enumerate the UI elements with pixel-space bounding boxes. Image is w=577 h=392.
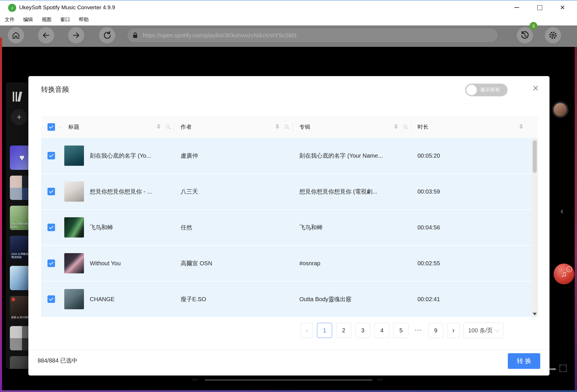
refresh-icon bbox=[102, 31, 112, 40]
last-page-button[interactable]: 9 bbox=[428, 323, 443, 338]
row-album: #osnrap bbox=[299, 246, 320, 281]
tile-badge bbox=[12, 328, 15, 331]
row-checkbox[interactable] bbox=[47, 295, 55, 303]
show-all-toggle[interactable]: 展示所有 bbox=[465, 84, 508, 96]
your-library-icon[interactable] bbox=[13, 92, 21, 102]
forward-button[interactable] bbox=[68, 27, 84, 43]
menu-item[interactable]: 编辑 bbox=[23, 16, 33, 23]
sort-title-control[interactable] bbox=[157, 123, 160, 130]
menu-bar: 文件编辑视图窗口帮助 bbox=[0, 13, 577, 25]
dialog-header-divider bbox=[28, 104, 549, 104]
convert-button[interactable]: 转 换 bbox=[508, 353, 540, 369]
app-logo-icon: ♪ bbox=[8, 4, 16, 12]
row-album: 想見你想見你想見你 (電視劇... bbox=[299, 174, 377, 209]
desktop-edge-right bbox=[575, 47, 577, 391]
album-art bbox=[64, 146, 84, 166]
url-bar[interactable] bbox=[127, 28, 498, 43]
prev-page-button[interactable]: ‹ bbox=[301, 323, 313, 338]
table-row[interactable]: 飞鸟和蝉 任然 飞鸟和蝉 00:04:56 bbox=[41, 210, 538, 245]
back-button[interactable] bbox=[38, 27, 54, 43]
minimize-button[interactable] bbox=[512, 3, 522, 12]
scrollbar-down-arrow-icon[interactable] bbox=[533, 313, 537, 315]
history-button[interactable] bbox=[517, 27, 533, 43]
row-checkbox[interactable] bbox=[47, 224, 55, 231]
menu-item[interactable]: 视图 bbox=[42, 16, 52, 23]
table-row[interactable]: 刻在我心底的名字 (Yo... 盧廣仲 刻在我心底的名字 (Your Name.… bbox=[41, 138, 538, 173]
album-art bbox=[64, 181, 84, 202]
row-title: Without You bbox=[90, 246, 121, 281]
search-artist-icon[interactable] bbox=[284, 124, 290, 130]
fullscreen-icon[interactable] bbox=[559, 365, 567, 372]
row-title: 想見你想見你想見你 - ... bbox=[90, 174, 152, 209]
page-number-button[interactable]: 5 bbox=[393, 323, 409, 338]
select-all-checkbox[interactable] bbox=[47, 123, 55, 131]
search-album-icon[interactable] bbox=[403, 124, 408, 130]
row-checkbox[interactable] bbox=[47, 188, 55, 195]
ukeysoft-floating-convert-icon[interactable]: ♫+ bbox=[554, 264, 574, 284]
row-duration: 00:03:59 bbox=[417, 174, 440, 209]
scrollbar-thumb[interactable] bbox=[533, 140, 537, 173]
sort-duration-control[interactable] bbox=[519, 123, 523, 130]
settings-button[interactable] bbox=[545, 27, 561, 43]
title-bar: ♪ UkeySoft Spotify Music Converter 4.9.9… bbox=[0, 0, 577, 14]
page-size-value: 100 条/页 bbox=[468, 327, 492, 334]
tracks-table: 标题 作者 专辑 时长 bbox=[41, 116, 538, 317]
table-header: 标题 作者 专辑 时长 bbox=[41, 116, 538, 138]
row-checkbox[interactable] bbox=[47, 152, 55, 159]
row-album: 刻在我心底的名字 (Your Name... bbox=[299, 138, 383, 173]
page-number-button[interactable]: 4 bbox=[374, 323, 389, 338]
pagination-ellipsis[interactable]: ••• bbox=[413, 327, 424, 334]
player-progress-bar[interactable] bbox=[205, 379, 373, 381]
menu-item[interactable]: 窗口 bbox=[60, 16, 70, 23]
sort-album-control[interactable] bbox=[394, 123, 398, 130]
refresh-button[interactable] bbox=[99, 27, 115, 43]
menu-item[interactable]: 文件 bbox=[5, 16, 14, 23]
close-window-button[interactable]: × bbox=[558, 3, 567, 12]
table-row[interactable]: 想見你想見你想見你 - ... 八三夭 想見你想見你想見你 (電視劇... 00… bbox=[41, 174, 538, 209]
home-icon bbox=[12, 31, 20, 40]
convert-audio-dialog: 转换音频 展示所有 × 标题 作者 专辑 时长 bbox=[28, 76, 549, 376]
dialog-close-icon[interactable]: × bbox=[529, 82, 542, 95]
app-window: ♪ UkeySoft Spotify Music Converter 4.9.9… bbox=[0, 0, 577, 392]
user-avatar[interactable] bbox=[552, 101, 569, 118]
collapse-panel-chevron[interactable]: ‹ bbox=[560, 206, 563, 216]
search-title-icon[interactable] bbox=[166, 124, 171, 130]
player-total-time: -:-- bbox=[377, 377, 383, 382]
gear-icon bbox=[548, 30, 558, 40]
menu-item[interactable]: 帮助 bbox=[79, 16, 89, 23]
table-row[interactable]: CHANGE 瘦子E.SO Outta Body靈魂出竅 00:02:41 bbox=[41, 281, 538, 317]
url-input[interactable] bbox=[142, 32, 495, 39]
row-artist: 八三夭 bbox=[181, 174, 198, 209]
tile-badge bbox=[12, 177, 15, 181]
desktop-edge-bottom bbox=[0, 390, 577, 392]
column-album: 专辑 bbox=[299, 116, 310, 138]
home-button[interactable] bbox=[8, 27, 24, 43]
album-art bbox=[64, 217, 84, 238]
window-title: UkeySoft Spotify Music Converter 4.9.9 bbox=[19, 4, 115, 11]
page-number-button[interactable]: 3 bbox=[355, 323, 370, 338]
page-number-button[interactable]: 2 bbox=[336, 323, 351, 338]
row-title: CHANGE bbox=[90, 281, 115, 317]
selected-count: 884/884 已选中 bbox=[38, 357, 78, 365]
toggle-knob bbox=[466, 85, 477, 95]
table-row[interactable]: Without You 高爾宣 OSN #osnrap 00:02:55 bbox=[41, 246, 538, 281]
row-album: 飞鸟和蝉 bbox=[299, 210, 323, 245]
history-icon bbox=[520, 30, 530, 40]
row-artist: 任然 bbox=[181, 210, 192, 245]
sort-artist-control[interactable] bbox=[276, 123, 279, 130]
select-dropdown-chevron-icon[interactable] bbox=[58, 125, 61, 128]
player-elapsed-time: -:-- bbox=[192, 377, 198, 382]
page-number-button[interactable]: 1 bbox=[317, 323, 332, 338]
column-title: 标题 bbox=[68, 116, 79, 138]
row-checkbox[interactable] bbox=[47, 260, 55, 267]
back-icon bbox=[42, 31, 50, 40]
maximize-button[interactable] bbox=[535, 3, 545, 12]
table-scrollbar[interactable] bbox=[532, 138, 538, 317]
row-duration: 00:04:56 bbox=[417, 210, 440, 245]
page-size-select[interactable]: 100 条/页 bbox=[464, 323, 503, 338]
album-art bbox=[64, 253, 84, 273]
next-page-button[interactable]: › bbox=[447, 323, 459, 338]
row-title: 飞鸟和蝉 bbox=[90, 210, 113, 245]
spotify-header: 探索 Premium 安裝 App bbox=[0, 47, 577, 77]
create-playlist-button[interactable]: + bbox=[11, 109, 27, 125]
